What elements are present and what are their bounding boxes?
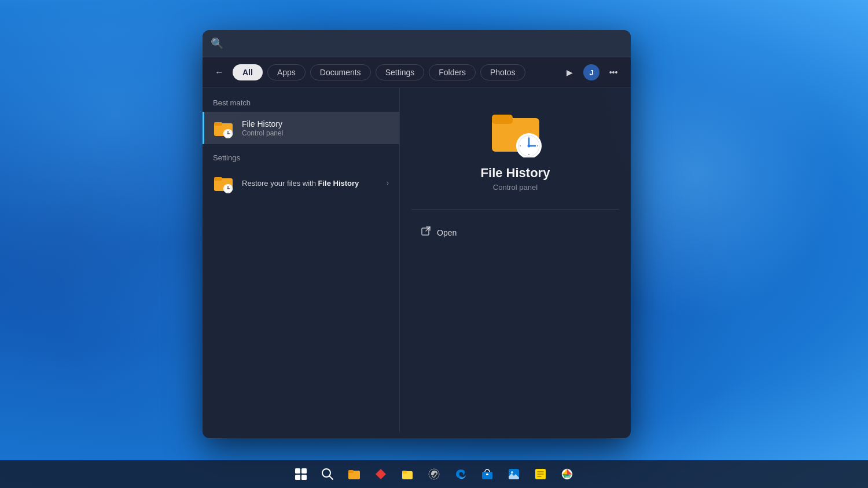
start-icon	[295, 468, 307, 480]
settings-item-label: Restore your files with File History	[242, 179, 378, 188]
svg-point-41	[511, 471, 513, 474]
search-window: 🔍 file history ← All Apps Documents Sett…	[203, 30, 631, 438]
taskbar-store[interactable]	[476, 463, 499, 486]
taskbar-edge[interactable]	[449, 463, 472, 486]
right-panel: File History Control panel Open	[399, 88, 631, 432]
search-bar: 🔍 file history	[203, 30, 631, 57]
taskbar-sticky-notes[interactable]	[529, 463, 552, 486]
settings-item-icon	[213, 173, 234, 193]
svg-rect-29	[301, 475, 307, 480]
user-avatar[interactable]: J	[583, 64, 599, 80]
svg-rect-15	[492, 115, 513, 124]
settings-section: Settings Resto	[203, 153, 399, 199]
detail-title: File History	[481, 166, 550, 181]
taskbar-start[interactable]	[289, 463, 312, 486]
taskbar-chrome[interactable]	[556, 463, 579, 486]
svg-point-20	[527, 145, 530, 148]
detail-open-button[interactable]: Open	[411, 221, 466, 244]
tab-documents[interactable]: Documents	[310, 64, 371, 80]
taskbar-file-explorer[interactable]	[343, 463, 366, 486]
svg-rect-39	[486, 474, 488, 475]
best-match-icon-wrap	[213, 118, 234, 138]
file-history-icon	[213, 118, 234, 138]
best-match-item[interactable]: File History Control panel	[203, 112, 399, 144]
file-explorer-icon	[348, 468, 361, 480]
detail-subtitle: Control panel	[493, 183, 538, 192]
settings-item-restore[interactable]: Restore your files with File History ›	[203, 167, 399, 199]
more-button[interactable]: •••	[604, 63, 623, 82]
search-taskbar-icon	[321, 468, 334, 480]
settings-item-arrow: ›	[387, 179, 389, 187]
tab-photos[interactable]: Photos	[480, 64, 525, 80]
app4-icon	[374, 468, 387, 480]
steam-icon	[428, 468, 440, 480]
files-icon	[401, 468, 414, 480]
svg-point-13	[227, 188, 229, 189]
svg-line-31	[330, 476, 333, 480]
taskbar-steam[interactable]	[422, 463, 446, 486]
svg-rect-36	[402, 471, 407, 474]
detail-file-history-icon	[490, 105, 542, 157]
settings-item-bold: File History	[318, 179, 359, 188]
svg-rect-8	[214, 177, 222, 181]
taskbar	[0, 460, 868, 488]
edge-icon	[454, 468, 467, 480]
chrome-icon	[561, 468, 573, 480]
tab-right-controls: ▶ J •••	[560, 63, 623, 82]
photos-icon	[507, 468, 520, 480]
sticky-notes-icon	[534, 468, 547, 480]
detail-divider	[411, 209, 619, 210]
svg-rect-28	[295, 475, 300, 480]
filter-tabs: ← All Apps Documents Settings Folders Ph…	[203, 57, 631, 88]
best-match-subtitle: Control panel	[242, 129, 389, 137]
open-label: Open	[437, 228, 457, 237]
svg-marker-34	[376, 469, 386, 479]
best-match-text: File History Control panel	[242, 119, 389, 137]
open-external-icon	[421, 226, 431, 239]
play-button[interactable]: ▶	[560, 63, 579, 82]
left-panel: Best match	[203, 88, 399, 432]
tab-apps[interactable]: Apps	[267, 64, 306, 80]
taskbar-photos[interactable]	[502, 463, 525, 486]
best-match-name: File History	[242, 119, 389, 129]
search-input[interactable]: file history	[229, 38, 623, 50]
svg-point-6	[227, 133, 229, 134]
search-icon: 🔍	[211, 37, 223, 50]
taskbar-app4[interactable]	[369, 463, 392, 486]
tab-settings[interactable]: Settings	[376, 64, 425, 80]
taskbar-search[interactable]	[316, 463, 339, 486]
svg-rect-26	[295, 468, 300, 474]
tab-folders[interactable]: Folders	[429, 64, 476, 80]
store-icon	[481, 468, 494, 480]
best-match-label: Best match	[203, 98, 399, 112]
settings-label: Settings	[203, 153, 399, 167]
taskbar-files[interactable]	[396, 463, 419, 486]
svg-rect-1	[214, 122, 222, 126]
detail-icon-wrap	[490, 105, 542, 157]
svg-rect-38	[482, 472, 492, 479]
tab-all[interactable]: All	[233, 64, 263, 80]
restore-file-history-icon	[213, 173, 234, 193]
back-button[interactable]: ←	[211, 64, 228, 81]
svg-rect-27	[301, 468, 307, 474]
svg-rect-33	[348, 470, 354, 473]
search-content: Best match	[203, 88, 631, 432]
